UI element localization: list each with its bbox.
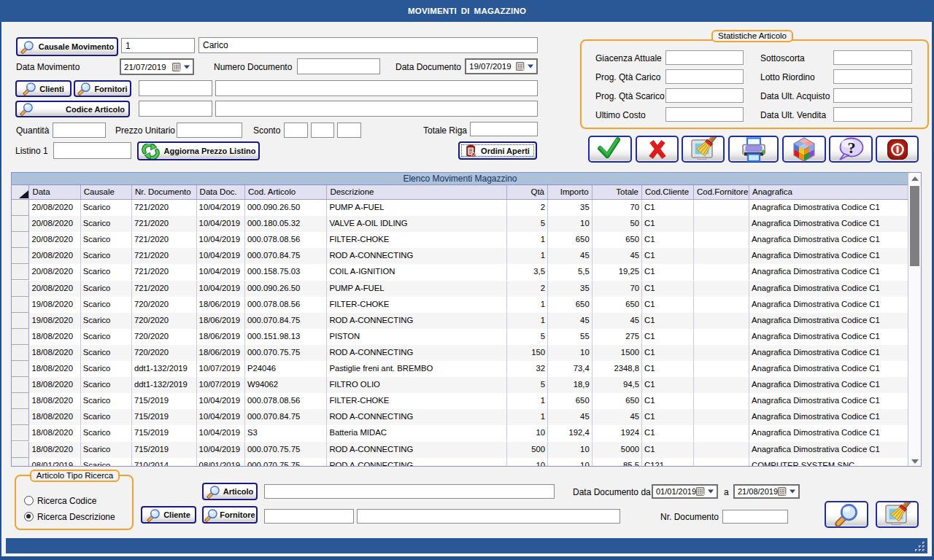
svg-text:?: ? [848,139,856,157]
